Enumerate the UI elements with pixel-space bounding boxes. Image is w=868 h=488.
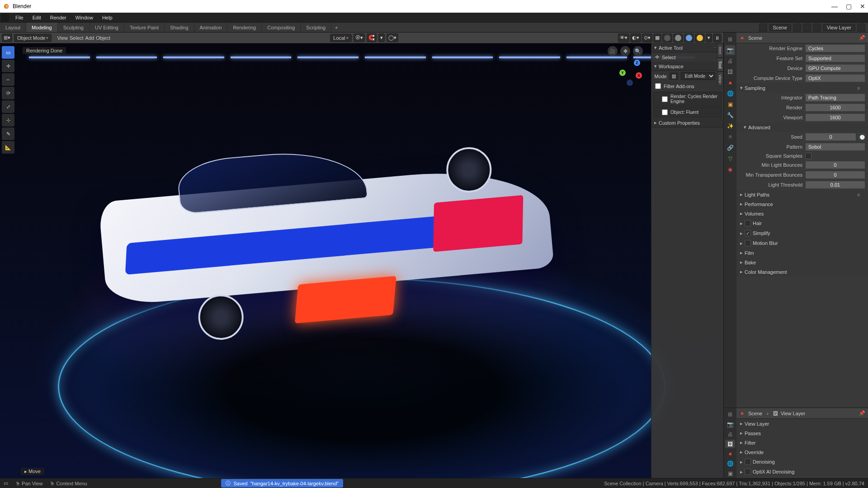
panel-advanced[interactable]: Advanced bbox=[736, 122, 868, 132]
prop-tab-viewlayer[interactable]: 🖼 bbox=[725, 67, 735, 77]
addon-cycles-check[interactable] bbox=[662, 96, 668, 102]
viewlayer-new-button[interactable] bbox=[857, 23, 865, 32]
object-visibility[interactable]: 👁▾ bbox=[618, 33, 629, 42]
npanel-tab-item[interactable]: Item bbox=[717, 43, 723, 58]
pattern-select[interactable]: Sobol bbox=[805, 143, 865, 151]
panel-override-lower[interactable]: Override bbox=[736, 447, 868, 457]
workspace-tab-scripting[interactable]: Scripting bbox=[301, 23, 331, 32]
tool-annotate[interactable]: ✎ bbox=[2, 127, 14, 140]
tool-rotate[interactable]: ⟳ bbox=[2, 87, 14, 99]
nav-camera-icon[interactable]: 🎥 bbox=[608, 46, 618, 56]
prop-tab-physics[interactable]: ⚛ bbox=[725, 132, 735, 142]
pause-render-icon[interactable]: ⏸ bbox=[713, 33, 722, 42]
window-close-button[interactable]: ✕ bbox=[860, 3, 865, 10]
panel-simplify[interactable]: ✓ Simplify bbox=[736, 228, 868, 238]
panel-bake[interactable]: Bake bbox=[736, 258, 868, 267]
light-threshold-field[interactable]: 0.01 bbox=[805, 181, 865, 189]
filter-addons-check[interactable] bbox=[655, 83, 661, 89]
snap-target[interactable]: ▾ bbox=[378, 33, 385, 42]
overlays-toggle[interactable]: ⊙▾ bbox=[642, 33, 652, 42]
shading-options[interactable]: ▾ bbox=[706, 33, 712, 42]
xray-toggle[interactable]: ▦ bbox=[653, 33, 661, 42]
prop-tab-render[interactable]: 📷 bbox=[725, 45, 735, 55]
menu-window[interactable]: Window bbox=[71, 13, 98, 23]
panel-workspace[interactable]: Workspace bbox=[651, 62, 723, 71]
lightpaths-options-icon[interactable]: ≡ bbox=[857, 192, 864, 197]
seed-clock-icon[interactable]: 🕒 bbox=[859, 134, 865, 140]
vp-menu-add[interactable]: Add bbox=[85, 35, 94, 41]
menu-render[interactable]: Render bbox=[46, 13, 71, 23]
editor-type-selector[interactable]: ⊞▾ bbox=[2, 33, 12, 42]
workspace-tab-rendering[interactable]: Rendering bbox=[227, 23, 262, 32]
workspace-add-button[interactable]: + bbox=[331, 23, 341, 32]
min-transparent-bounces-field[interactable]: 0 bbox=[805, 171, 865, 179]
panel-passes-lower[interactable]: Passes bbox=[736, 428, 868, 438]
check-denoising[interactable] bbox=[745, 459, 751, 465]
scene-selector[interactable]: Scene bbox=[769, 24, 791, 31]
prop-tab-world[interactable]: 🌐 bbox=[725, 89, 735, 99]
shading-wire[interactable] bbox=[662, 33, 672, 42]
editor-type-icon[interactable]: ⊞ bbox=[725, 34, 735, 44]
tool-measure[interactable]: 📐 bbox=[2, 141, 14, 154]
render-samples-field[interactable]: 1600 bbox=[805, 103, 865, 112]
prop-tab-output[interactable]: 🖨 bbox=[725, 56, 735, 66]
check-optix-ai-denoising[interactable] bbox=[745, 469, 751, 475]
panel-custom-props[interactable]: Custom Properties bbox=[651, 118, 723, 127]
tool-transform[interactable]: ⊹ bbox=[2, 114, 14, 127]
vp-menu-object[interactable]: Object bbox=[96, 35, 110, 41]
panel-filter-lower[interactable]: Filter bbox=[736, 438, 868, 447]
viewlayer-selector[interactable]: View Layer bbox=[823, 24, 855, 31]
prop-tab-render-lower[interactable]: 📷 bbox=[725, 420, 735, 429]
panel-active-tool[interactable]: Active Tool⋯ bbox=[651, 43, 723, 52]
panel-volumes[interactable]: Volumes bbox=[736, 209, 868, 218]
prop-tab-modifier[interactable]: 🔧 bbox=[725, 110, 735, 120]
menu-help[interactable]: Help bbox=[98, 13, 117, 23]
workspace-tab-layout[interactable]: Layout bbox=[0, 23, 26, 32]
prop-tab-material[interactable]: ◉ bbox=[725, 164, 735, 174]
prop-tab-scene[interactable]: 🔺 bbox=[725, 78, 735, 88]
npanel-tab-view[interactable]: View bbox=[717, 71, 723, 86]
prop-tab-viewlayer-lower[interactable]: 🖼 bbox=[725, 440, 735, 449]
panel-motion-blur[interactable]: Motion Blur bbox=[736, 238, 868, 248]
prop-tab-object[interactable]: ▣ bbox=[725, 99, 735, 109]
menu-file[interactable]: File bbox=[11, 13, 28, 23]
sampling-options-icon[interactable]: ≡ bbox=[857, 85, 864, 91]
menu-edit[interactable]: Edit bbox=[28, 13, 46, 23]
shading-solid[interactable] bbox=[673, 33, 683, 42]
panel-light-paths[interactable]: Light Paths≡ bbox=[736, 190, 868, 199]
object-mode-selector[interactable]: Object Mode bbox=[14, 34, 52, 42]
tool-move[interactable]: ↔ bbox=[2, 73, 14, 86]
panel-hair[interactable]: Hair bbox=[736, 218, 868, 228]
square-samples-check[interactable] bbox=[805, 153, 811, 159]
panel-view-layer-lower[interactable]: View Layer bbox=[736, 419, 868, 428]
integrator-select[interactable]: Path Tracing bbox=[805, 94, 865, 102]
nav-zoom-icon[interactable]: 🔍 bbox=[633, 46, 643, 56]
device-select[interactable]: GPU Compute bbox=[805, 64, 865, 72]
check-motion-blur[interactable] bbox=[745, 240, 751, 246]
npanel-tab-tool[interactable]: Tool bbox=[717, 58, 723, 72]
prop-tab-object-lower[interactable]: ▣ bbox=[725, 469, 735, 478]
pin-icon[interactable]: 📌 bbox=[859, 35, 865, 41]
shading-rendered[interactable] bbox=[695, 33, 705, 42]
panel-optix-ai-denoising-lower[interactable]: OptiX AI Denoising bbox=[736, 467, 868, 477]
workspace-mode-select[interactable]: Edit Mode bbox=[681, 72, 715, 80]
check-simplify[interactable]: ✓ bbox=[745, 230, 751, 236]
scene-new-button[interactable] bbox=[793, 23, 801, 32]
viewport-samples-field[interactable]: 1600 bbox=[805, 113, 865, 122]
workspace-tab-animation[interactable]: Animation bbox=[194, 23, 228, 32]
axis-gizmo[interactable]: Z Y X bbox=[618, 60, 643, 85]
proportional-edit[interactable]: ◯▾ bbox=[387, 33, 398, 42]
prop-tab-world-lower[interactable]: 🌐 bbox=[725, 459, 735, 468]
scene-delete-button[interactable] bbox=[803, 23, 811, 32]
app-icon[interactable] bbox=[1, 14, 9, 22]
prop-tab-constraint[interactable]: 🔗 bbox=[725, 143, 735, 153]
panel-performance[interactable]: Performance bbox=[736, 199, 868, 209]
addon-fluent-check[interactable] bbox=[662, 109, 668, 115]
pin-icon-lower[interactable]: 📌 bbox=[859, 410, 865, 416]
prop-tab-data[interactable]: ▽ bbox=[725, 154, 735, 164]
render-engine-select[interactable]: Cycles bbox=[805, 44, 865, 52]
prop-tab-particle[interactable]: ✨ bbox=[725, 121, 735, 131]
check-hair[interactable] bbox=[745, 220, 751, 226]
panel-sampling[interactable]: Sampling≡ bbox=[736, 83, 868, 93]
scene-browse-icon[interactable] bbox=[759, 23, 767, 32]
